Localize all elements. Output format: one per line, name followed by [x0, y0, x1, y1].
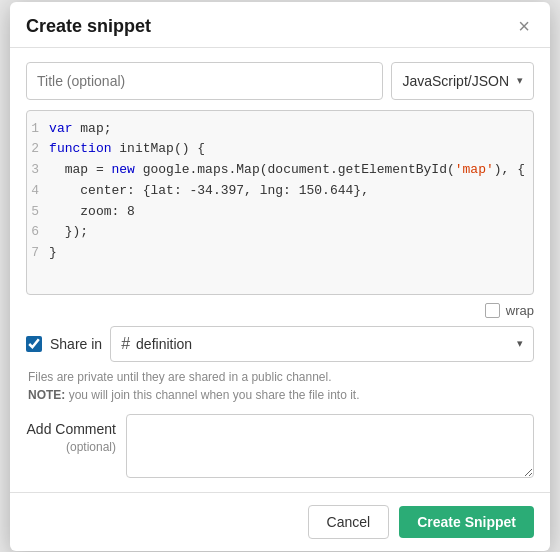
table-row: 7 } [27, 243, 525, 264]
line-number: 1 [27, 119, 49, 140]
line-code: map = new google.maps.Map(document.getEl… [49, 160, 525, 181]
channel-selector[interactable]: # definition ▾ [110, 326, 534, 362]
wrap-row: wrap [26, 303, 534, 318]
code-table: 1 var map; 2 function initMap() { 3 map … [27, 119, 525, 265]
wrap-checkbox[interactable] [485, 303, 500, 318]
chevron-down-icon: ▾ [517, 74, 523, 87]
cancel-button[interactable]: Cancel [308, 505, 390, 539]
line-number: 4 [27, 181, 49, 202]
line-code: center: {lat: -34.397, lng: 150.644}, [49, 181, 525, 202]
channel-name: definition [136, 336, 192, 352]
line-number: 2 [27, 139, 49, 160]
channel-inner: # definition [121, 335, 192, 353]
line-code: } [49, 243, 525, 264]
table-row: 6 }); [27, 222, 525, 243]
top-row: JavaScript/JSON ▾ [26, 62, 534, 100]
table-row: 3 map = new google.maps.Map(document.get… [27, 160, 525, 181]
share-row: Share in # definition ▾ [26, 326, 534, 362]
info-note: NOTE: [28, 388, 65, 402]
create-snippet-modal: Create snippet × JavaScript/JSON ▾ 1 var… [10, 2, 550, 551]
title-input[interactable] [26, 62, 383, 100]
line-number: 5 [27, 202, 49, 223]
language-selector[interactable]: JavaScript/JSON ▾ [391, 62, 534, 100]
line-code: }); [49, 222, 525, 243]
modal-body: JavaScript/JSON ▾ 1 var map; 2 function … [10, 48, 550, 492]
comment-textarea[interactable] [126, 414, 534, 478]
hash-icon: # [121, 335, 130, 353]
share-checkbox[interactable] [26, 336, 42, 352]
create-snippet-button[interactable]: Create Snippet [399, 506, 534, 538]
line-number: 6 [27, 222, 49, 243]
comment-row: Add Comment (optional) [26, 414, 534, 478]
comment-label: Add Comment (optional) [26, 414, 116, 456]
code-editor[interactable]: 1 var map; 2 function initMap() { 3 map … [26, 110, 534, 295]
line-number: 7 [27, 243, 49, 264]
line-number: 3 [27, 160, 49, 181]
table-row: 5 zoom: 8 [27, 202, 525, 223]
line-code: var map; [49, 119, 525, 140]
table-row: 4 center: {lat: -34.397, lng: 150.644}, [27, 181, 525, 202]
line-code: zoom: 8 [49, 202, 525, 223]
chevron-down-icon: ▾ [517, 337, 523, 350]
info-text: Files are private until they are shared … [26, 368, 534, 404]
table-row: 1 var map; [27, 119, 525, 140]
line-code: function initMap() { [49, 139, 525, 160]
table-row: 2 function initMap() { [27, 139, 525, 160]
wrap-label: wrap [506, 303, 534, 318]
modal-title: Create snippet [26, 16, 151, 37]
language-label: JavaScript/JSON [402, 73, 509, 89]
modal-footer: Cancel Create Snippet [10, 492, 550, 551]
close-button[interactable]: × [514, 16, 534, 36]
share-label: Share in [50, 336, 102, 352]
modal-header: Create snippet × [10, 2, 550, 48]
